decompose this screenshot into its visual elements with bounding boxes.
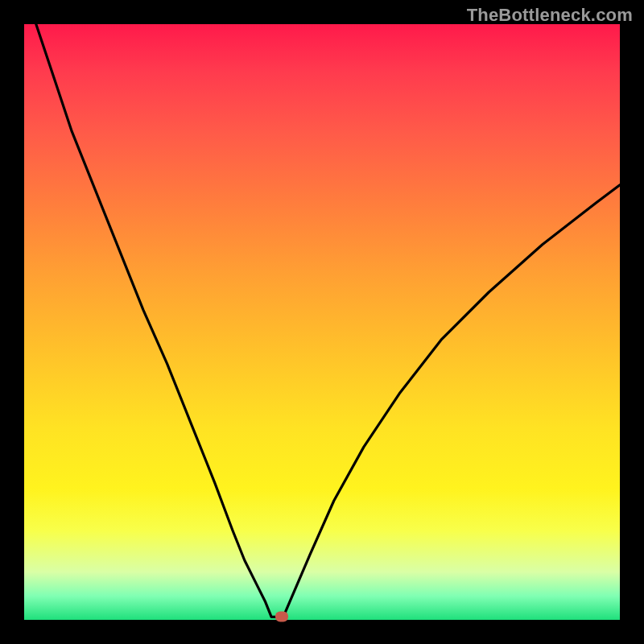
plot-gradient-background (24, 24, 620, 620)
watermark-text: TheBottleneck.com (467, 5, 633, 26)
minimum-marker (275, 611, 288, 621)
chart-container: TheBottleneck.com (0, 0, 644, 644)
